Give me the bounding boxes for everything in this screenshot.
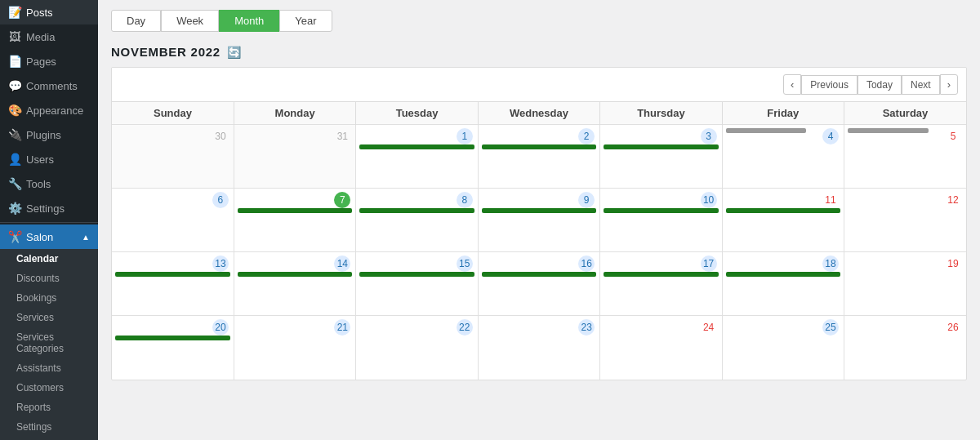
calendar-day-cell[interactable]: 9 [478, 189, 599, 252]
sidebar-item-posts[interactable]: 📝 Posts [0, 0, 98, 24]
sub-item-services[interactable]: Services [0, 308, 98, 327]
day-number: 2 [578, 128, 595, 144]
calendar-day-cell[interactable]: 2 [478, 125, 599, 189]
pages-icon: 📄 [8, 55, 21, 68]
sub-item-bookings[interactable]: Bookings [0, 288, 98, 308]
prev-button[interactable]: Previous [801, 75, 858, 95]
calendar-day-cell[interactable]: 3 [600, 125, 722, 189]
col-thursday: Thursday [600, 102, 722, 125]
calendar-day-cell[interactable]: 23 [478, 316, 599, 380]
calendar-day-cell[interactable]: 8 [356, 189, 478, 252]
appearance-icon: 🎨 [8, 104, 21, 117]
calendar-day-cell[interactable]: 11 [722, 189, 844, 252]
calendar-day-cell[interactable]: 30 [112, 125, 234, 189]
month-label: NOVEMBER 2022 [111, 45, 220, 59]
day-number: 9 [578, 192, 595, 208]
calendar-day-cell[interactable]: 25 [722, 316, 844, 380]
posts-label: Posts [26, 7, 53, 19]
calendar-day-cell[interactable]: 6 [112, 189, 234, 252]
calendar-day-cell[interactable]: 18 [722, 252, 844, 316]
event-bar [726, 272, 840, 277]
event-bar [482, 208, 596, 213]
month-heading: NOVEMBER 2022 🔄 [111, 45, 967, 59]
view-year-button[interactable]: Year [279, 10, 332, 32]
sidebar-item-salon[interactable]: ✂️ Salon ▲ [0, 224, 98, 249]
event-bar [238, 208, 352, 213]
sub-item-settings[interactable]: Settings [0, 417, 98, 437]
day-number: 31 [334, 128, 350, 144]
view-month-button[interactable]: Month [219, 10, 279, 32]
sub-item-tools[interactable]: Tools [0, 437, 98, 440]
col-sunday: Sunday [112, 102, 234, 125]
sub-item-calendar[interactable]: Calendar [0, 249, 98, 269]
calendar-day-cell[interactable]: 12 [844, 189, 966, 252]
settings-label: Settings [26, 202, 65, 215]
sub-item-customers[interactable]: Customers [0, 378, 98, 398]
event-bar [115, 336, 230, 340]
sidebar-item-appearance[interactable]: 🎨 Appearance [0, 98, 98, 122]
main-content: Day Week Month Year NOVEMBER 2022 🔄 ‹ Pr… [98, 0, 980, 440]
day-number: 5 [945, 128, 961, 144]
sub-item-reports[interactable]: Reports [0, 398, 98, 417]
sub-item-assistants[interactable]: Assistants [0, 358, 98, 378]
sidebar-item-tools[interactable]: 🔧 Tools [0, 171, 98, 196]
media-icon: 🖼 [8, 30, 21, 43]
sidebar-item-settings[interactable]: ⚙️ Settings [0, 196, 98, 220]
calendar-week-row: 6789101112 [112, 189, 966, 252]
view-week-button[interactable]: Week [161, 10, 219, 32]
refresh-icon[interactable]: 🔄 [227, 46, 242, 59]
day-number: 19 [945, 256, 961, 272]
calendar-day-cell[interactable]: 10 [600, 189, 722, 252]
sidebar-item-media[interactable]: 🖼 Media [0, 24, 98, 49]
col-tuesday: Tuesday [356, 102, 478, 125]
next-button[interactable]: Next [902, 75, 940, 95]
sidebar-item-pages[interactable]: 📄 Pages [0, 49, 98, 73]
calendar-day-cell[interactable]: 20 [112, 316, 234, 380]
sidebar-item-users[interactable]: 👤 Users [0, 147, 98, 171]
event-bar [482, 144, 596, 149]
divider-1 [0, 222, 98, 223]
event-bar [726, 128, 806, 133]
calendar-day-cell[interactable]: 15 [356, 252, 478, 316]
calendar-day-cell[interactable]: 4 [722, 125, 844, 189]
sub-item-discounts[interactable]: Discounts [0, 269, 98, 288]
prev-arrow-button[interactable]: ‹ [783, 74, 801, 95]
calendar-day-cell[interactable]: 14 [234, 252, 355, 316]
calendar-day-cell[interactable]: 17 [600, 252, 722, 316]
today-button[interactable]: Today [858, 75, 902, 95]
calendar-day-cell[interactable]: 22 [356, 316, 478, 380]
day-number: 25 [822, 319, 839, 336]
calendar-nav: ‹ Previous Today Next › [112, 68, 966, 101]
comments-label: Comments [26, 80, 78, 92]
calendar-day-cell[interactable]: 19 [844, 252, 966, 316]
calendar-week-row: 20212223242526 [112, 316, 966, 380]
event-bar [726, 208, 840, 213]
day-number: 4 [822, 128, 839, 144]
plugins-label: Plugins [26, 129, 61, 141]
calendar-day-cell[interactable]: 24 [600, 316, 722, 380]
sidebar: 📝 Posts 🖼 Media 📄 Pages 💬 Comments 🎨 App… [0, 0, 98, 440]
calendar-day-cell[interactable]: 21 [234, 316, 355, 380]
sidebar-item-comments[interactable]: 💬 Comments [0, 73, 98, 98]
col-monday: Monday [234, 102, 355, 125]
calendar-day-cell[interactable]: 5 [844, 125, 966, 189]
event-bar [848, 128, 929, 133]
calendar-day-cell[interactable]: 7 [234, 189, 355, 252]
day-number: 16 [578, 256, 595, 272]
appearance-label: Appearance [26, 104, 83, 117]
calendar-container: ‹ Previous Today Next › Sunday Monday Tu… [111, 67, 967, 380]
calendar-day-cell[interactable]: 26 [844, 316, 966, 380]
next-arrow-button[interactable]: › [940, 74, 958, 95]
view-day-button[interactable]: Day [111, 10, 161, 32]
calendar-day-cell[interactable]: 1 [356, 125, 478, 189]
day-number: 10 [701, 192, 717, 208]
event-bar [359, 208, 474, 213]
calendar-day-cell[interactable]: 13 [112, 252, 234, 316]
calendar-day-cell[interactable]: 31 [234, 125, 355, 189]
sidebar-item-plugins[interactable]: 🔌 Plugins [0, 122, 98, 147]
event-bar [359, 272, 474, 277]
sub-item-services-categories[interactable]: Services Categories [0, 327, 98, 358]
salon-icon: ✂️ [8, 230, 21, 243]
calendar-week-row: 13141516171819 [112, 252, 966, 316]
calendar-day-cell[interactable]: 16 [478, 252, 599, 316]
